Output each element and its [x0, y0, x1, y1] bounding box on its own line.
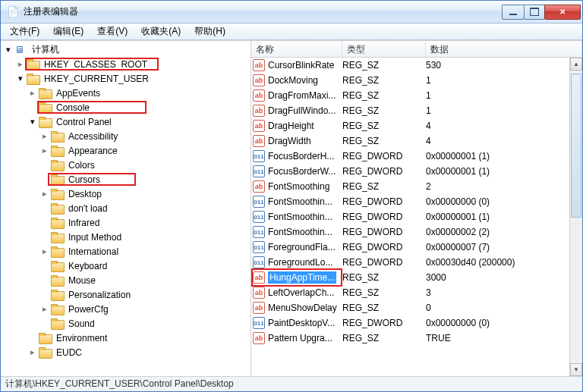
value-type: REG_DWORD	[342, 227, 426, 237]
expander-icon[interactable]	[40, 233, 49, 242]
list-row[interactable]: ForegroundLo...REG_DWORD0x00030d40 (2000…	[251, 255, 569, 270]
title-bar[interactable]: 📄 注册表编辑器	[1, 1, 582, 24]
value-type: REG_SZ	[342, 90, 426, 101]
tree-hkcu[interactable]: ▾HKEY_CURRENT_USER	[1, 71, 251, 86]
value-type: REG_DWORD	[342, 242, 426, 252]
tree-dontload[interactable]: don't load	[1, 201, 251, 215]
value-name: Pattern Upgra...	[268, 333, 332, 343]
value-type: REG_SZ	[342, 60, 426, 71]
app-icon: 📄	[7, 6, 19, 17]
list-row[interactable]: ForegroundFla...REG_DWORD0x00000007 (7)	[251, 240, 569, 255]
list-row[interactable]: FontSmoothin...REG_DWORD0x00000000 (0)	[251, 194, 569, 209]
tree-international[interactable]: ▸International	[1, 244, 251, 259]
expander-icon[interactable]: ▸	[40, 190, 49, 199]
tree-label: International	[66, 246, 121, 258]
expander-icon[interactable]: ▸	[40, 132, 49, 141]
menu-help[interactable]: 帮助(H)	[188, 24, 232, 39]
list-row[interactable]: FontSmoothin...REG_DWORD0x00000002 (2)	[251, 224, 569, 240]
tree-pane[interactable]: ▾计算机▸HKEY_CLASSES_ROOT▾HKEY_CURRENT_USER…	[1, 41, 251, 376]
value-name: ForegroundLo...	[268, 257, 332, 268]
tree-label: Keyboard	[66, 260, 109, 272]
column-name[interactable]: 名称	[251, 41, 342, 57]
menu-edit[interactable]: 编辑(E)	[47, 24, 90, 39]
list-row[interactable]: HungAppTime...REG_SZ3000	[251, 270, 569, 285]
expander-icon[interactable]: ▸	[28, 89, 37, 98]
list-row[interactable]: DragWidthREG_SZ4	[251, 133, 569, 149]
list-row[interactable]: MenuShowDelayREG_SZ0	[251, 300, 569, 315]
tree-powercfg[interactable]: ▸PowerCfg	[1, 302, 251, 316]
expander-icon[interactable]: ▸	[40, 305, 49, 314]
tree-label: Console	[54, 102, 92, 114]
expander-icon[interactable]	[40, 175, 49, 184]
listview-body[interactable]: CursorBlinkRateREG_SZ530DockMovingREG_SZ…	[251, 58, 582, 376]
computer-icon	[14, 44, 27, 56]
scroll-thumb[interactable]	[571, 74, 581, 218]
expander-icon[interactable]	[40, 204, 49, 213]
tree-personalization[interactable]: Personalization	[1, 287, 251, 302]
column-type[interactable]: 类型	[342, 41, 426, 57]
minimize-button[interactable]	[502, 5, 525, 20]
tree-keyboard[interactable]: Keyboard	[1, 259, 251, 273]
expander-icon[interactable]	[40, 218, 49, 227]
list-row[interactable]: FocusBorderW...REG_DWORD0x00000001 (1)	[251, 164, 569, 179]
expander-icon[interactable]: ▸	[40, 247, 49, 256]
maximize-button[interactable]	[524, 5, 545, 20]
close-button[interactable]	[544, 5, 581, 20]
expander-icon[interactable]: ▾	[4, 45, 13, 55]
menu-favorites[interactable]: 收藏夹(A)	[135, 24, 187, 39]
list-row[interactable]: CursorBlinkRateREG_SZ530	[251, 58, 569, 73]
tree-appearance[interactable]: ▸Appearance	[1, 143, 251, 158]
expander-icon[interactable]: ▸	[28, 348, 37, 357]
expander-icon[interactable]	[28, 103, 37, 112]
tree-console[interactable]: Console	[1, 100, 251, 114]
vertical-scrollbar[interactable]: ▲ ▼	[569, 58, 582, 376]
tree-accessibility[interactable]: ▸Accessibility	[1, 129, 251, 143]
expander-icon[interactable]	[40, 161, 49, 170]
registry-editor-window: 📄 注册表编辑器 文件(F) 编辑(E) 查看(V) 收藏夹(A) 帮助(H) …	[0, 0, 583, 392]
tree-environment[interactable]: Environment	[1, 331, 251, 345]
expander-icon[interactable]: ▸	[16, 60, 25, 69]
expander-icon[interactable]	[28, 334, 37, 343]
list-row[interactable]: DockMovingREG_SZ1	[251, 73, 569, 88]
tree-eudc[interactable]: ▸EUDC	[1, 345, 251, 359]
list-row[interactable]: DragHeightREG_SZ4	[251, 118, 569, 133]
tree-label: Control Panel	[54, 116, 114, 128]
folder-icon	[51, 232, 63, 243]
tree-hkcr[interactable]: ▸HKEY_CLASSES_ROOT	[1, 57, 251, 71]
tree-colors[interactable]: Colors	[1, 158, 251, 172]
menu-view[interactable]: 查看(V)	[91, 24, 134, 39]
expander-icon[interactable]	[40, 262, 49, 271]
menu-file[interactable]: 文件(F)	[4, 24, 46, 39]
tree-label: Colors	[66, 159, 97, 171]
tree-controlpanel[interactable]: ▾Control Panel	[1, 114, 251, 129]
dword-value-icon	[253, 165, 265, 177]
folder-icon	[51, 246, 63, 257]
scroll-down-button[interactable]: ▼	[570, 363, 582, 376]
list-row[interactable]: Pattern Upgra...REG_SZTRUE	[251, 331, 569, 346]
list-row[interactable]: FontSmoothingREG_SZ2	[251, 179, 569, 194]
tree-desktop[interactable]: ▸Desktop	[1, 187, 251, 201]
expander-icon[interactable]	[40, 290, 49, 299]
tree-infrared[interactable]: Infrared	[1, 215, 251, 230]
tree-cursors[interactable]: Cursors	[1, 172, 251, 187]
list-row[interactable]: DragFullWindo...REG_SZ1	[251, 103, 569, 118]
column-data[interactable]: 数据	[426, 41, 582, 57]
list-row[interactable]: FocusBorderH...REG_DWORD0x00000001 (1)	[251, 149, 569, 164]
expander-icon[interactable]: ▾	[16, 74, 25, 83]
expander-icon[interactable]	[40, 276, 49, 285]
tree-mouse[interactable]: Mouse	[1, 273, 251, 287]
list-row[interactable]: DragFromMaxi...REG_SZ1	[251, 88, 569, 103]
expander-icon[interactable]: ▾	[28, 118, 37, 127]
expander-icon[interactable]	[40, 319, 49, 328]
tree-root[interactable]: ▾计算机	[1, 42, 251, 57]
scroll-up-button[interactable]: ▲	[570, 58, 582, 71]
dword-value-icon	[253, 196, 265, 208]
tree-appevents[interactable]: ▸AppEvents	[1, 86, 251, 100]
expander-icon[interactable]: ▸	[40, 146, 49, 155]
list-row[interactable]: PaintDesktopV...REG_DWORD0x00000000 (0)	[251, 315, 569, 331]
list-row[interactable]: FontSmoothin...REG_DWORD0x00000001 (1)	[251, 209, 569, 224]
tree-inputmethod[interactable]: Input Method	[1, 230, 251, 244]
tree-sound[interactable]: Sound	[1, 316, 251, 331]
list-row[interactable]: LeftOverlapCh...REG_SZ3	[251, 285, 569, 300]
value-name: LeftOverlapCh...	[268, 287, 334, 298]
